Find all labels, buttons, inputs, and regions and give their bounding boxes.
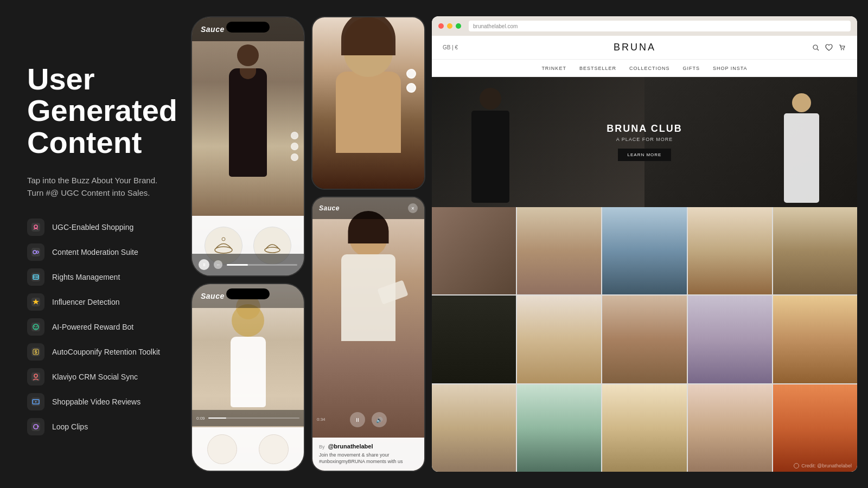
- video-controls: ⏸ 🔊: [312, 412, 424, 427]
- product-strip-2: [192, 427, 304, 471]
- heart-icon[interactable]: [825, 43, 833, 52]
- feature-influencer-detection[interactable]: Influencer Detection: [27, 293, 163, 311]
- svg-point-30: [841, 49, 842, 50]
- feature-loop-clips[interactable]: Loop Clips: [27, 418, 163, 435]
- right-content: Sauce: [184, 0, 868, 488]
- sauce-logo-1: Sauce: [201, 25, 225, 34]
- svg-point-31: [843, 49, 844, 50]
- grid-photo-10[interactable]: [773, 296, 857, 383]
- grid-photo-12[interactable]: [517, 384, 601, 472]
- traffic-light-red[interactable]: [438, 23, 444, 29]
- mute-btn-video[interactable]: 🔊: [372, 412, 387, 427]
- search-icon[interactable]: [812, 43, 820, 52]
- autocouponify-icon: $: [27, 343, 44, 361]
- close-btn-video[interactable]: ×: [408, 203, 418, 213]
- sauce-logo-2: Sauce: [201, 292, 225, 300]
- subnav-shop-insta[interactable]: SHOP INSTA: [713, 66, 748, 71]
- grid-photo-1[interactable]: [432, 207, 516, 294]
- hero-btn[interactable]: LEARN MORE: [618, 149, 672, 161]
- sauce-logo-video: Sauce: [319, 204, 340, 212]
- content-moderation-label: Content Moderation Suite: [52, 248, 138, 256]
- subnav-gifts[interactable]: GIFTS: [682, 66, 700, 71]
- bruna-site: GB | € BRUNA: [432, 36, 857, 472]
- svg-text:RM: RM: [33, 275, 38, 279]
- svg-point-27: [265, 247, 280, 253]
- sauce-bar-video: Sauce ×: [312, 197, 424, 219]
- grid-photo-13[interactable]: [602, 384, 686, 472]
- feature-shoppable-video[interactable]: Shoppable Video Reviews: [27, 393, 163, 410]
- grid-photo-15[interactable]: [773, 384, 857, 472]
- svg-point-28: [813, 45, 818, 49]
- grid-photo-3[interactable]: [602, 207, 686, 294]
- grid-photo-5[interactable]: [773, 207, 857, 294]
- browser-url-bar[interactable]: brunathelabel.com: [469, 21, 851, 31]
- ugc-shopping-icon: [27, 219, 44, 236]
- grid-photo-2[interactable]: [517, 207, 601, 294]
- bruna-nav-icons: [812, 43, 846, 52]
- grid-photo-4[interactable]: [688, 207, 772, 294]
- feature-content-moderation[interactable]: Content Moderation Suite: [27, 243, 163, 261]
- svg-line-29: [818, 49, 819, 50]
- left-panel: UserGeneratedContent Tap into the Buzz A…: [0, 0, 184, 488]
- feature-ugc-shopping[interactable]: UGC-Enabled Shopping: [27, 219, 163, 236]
- svg-point-14: [36, 326, 37, 327]
- dot-1[interactable]: [406, 69, 416, 79]
- video-inner-1: [312, 17, 424, 189]
- bruna-geo: GB | €: [443, 44, 458, 50]
- pause-btn-video[interactable]: ⏸: [350, 412, 365, 427]
- grid-photo-7[interactable]: [517, 296, 601, 383]
- credit-text: Credit: @brunathelabel: [801, 463, 852, 468]
- url-text: brunathelabel.com: [473, 23, 518, 29]
- bruna-logo: BRUNA: [614, 42, 656, 53]
- feature-autocouponify[interactable]: $ AutoCouponify Retention Toolkit: [27, 343, 163, 361]
- loop-clips-icon: [27, 418, 44, 435]
- video-caption: By @brunathelabel Join the movement & sh…: [312, 438, 424, 471]
- bruna-hero: BRUNA CLUB A PLACE FOR MORE LEARN MORE: [432, 77, 857, 207]
- credit-line: Credit: @brunathelabel: [794, 463, 852, 468]
- traffic-light-green[interactable]: [456, 23, 461, 29]
- page-subtitle: Tap into the Buzz About Your Brand. Turn…: [27, 174, 163, 200]
- grid-photo-6[interactable]: [432, 296, 516, 383]
- credit-icon: [794, 463, 799, 468]
- feature-klaviyo-crm[interactable]: Klaviyo CRM Social Sync: [27, 368, 163, 386]
- grid-photo-11[interactable]: [432, 384, 516, 472]
- progress-bar-1: [227, 264, 297, 266]
- dot-tags-1: [406, 69, 416, 97]
- phone-1: Sauce: [191, 16, 305, 277]
- feature-reward-bot[interactable]: AI-Powered Reward Bot: [27, 318, 163, 336]
- phone-2: Sauce 0:09: [191, 283, 305, 472]
- shoppable-video-icon: [27, 393, 44, 410]
- page-title: UserGeneratedContent: [27, 63, 163, 159]
- traffic-light-yellow[interactable]: [447, 23, 452, 29]
- phone-notch: [226, 22, 270, 33]
- influencer-detection-label: Influencer Detection: [52, 298, 120, 306]
- cart-icon[interactable]: [838, 43, 846, 52]
- klaviyo-crm-label: Klaviyo CRM Social Sync: [52, 373, 138, 381]
- rights-management-label: Rights Management: [52, 273, 120, 281]
- product-sm-1: [207, 434, 237, 464]
- grid-photo-9[interactable]: [688, 296, 772, 383]
- hero-content: BRUNA CLUB A PLACE FOR MORE LEARN MORE: [607, 123, 682, 161]
- phone-notch-2: [226, 288, 270, 299]
- svg-point-25: [215, 247, 232, 253]
- video-inner-2: 0:34 Sauce × ⏸ 🔊 By @brunathelabel: [312, 197, 424, 471]
- svg-point-26: [222, 237, 225, 241]
- feature-rights-management[interactable]: RM Rights Management: [27, 268, 163, 286]
- subnav-collections[interactable]: COLLECTIONS: [629, 66, 670, 71]
- ugc-shopping-label: UGC-Enabled Shopping: [52, 223, 133, 232]
- grid-photo-8[interactable]: [602, 296, 686, 383]
- dot-2[interactable]: [406, 83, 416, 93]
- progress-fill-1: [227, 264, 248, 266]
- time-display: 0:09: [196, 416, 205, 421]
- subnav-trinket[interactable]: TRINKET: [541, 66, 566, 71]
- phone-inner-1: Sauce: [192, 17, 304, 275]
- reward-bot-icon: [27, 318, 44, 336]
- product-sm-2: [259, 434, 289, 464]
- bruna-subnav: TRINKET BESTSELLER COLLECTIONS GIFTS SHO…: [432, 60, 857, 77]
- play-bar-1: ⏸ ↔: [192, 254, 304, 275]
- caption-user: By @brunathelabel: [319, 443, 418, 450]
- pause-btn-1[interactable]: ⏸: [199, 259, 209, 270]
- klaviyo-crm-icon: [27, 368, 44, 386]
- grid-photo-14[interactable]: [688, 384, 772, 472]
- subnav-bestseller[interactable]: BESTSELLER: [579, 66, 616, 71]
